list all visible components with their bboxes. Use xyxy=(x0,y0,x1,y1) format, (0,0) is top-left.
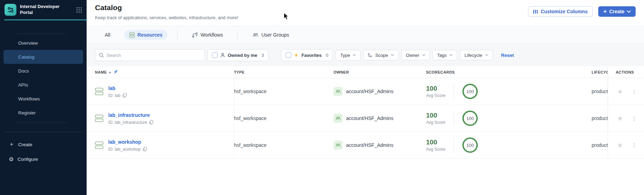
chevron-down-icon xyxy=(391,54,394,56)
favorite-star-icon[interactable]: ★ xyxy=(617,114,623,122)
tab-workflows[interactable]: Workflows xyxy=(187,30,228,40)
sidebar-create-label: Create xyxy=(18,142,32,147)
entity-name-link[interactable]: lab_infrastructure xyxy=(108,112,150,118)
entity-id: ID: lab_workshop xyxy=(108,147,141,152)
layers-icon xyxy=(129,32,135,38)
row-menu-icon[interactable]: ⋮ xyxy=(631,142,637,149)
columns-icon xyxy=(533,9,538,14)
sidebar-item-workflows[interactable]: Workflows xyxy=(3,92,83,106)
row-menu-icon[interactable]: ⋮ xyxy=(631,88,637,95)
favorite-star-icon[interactable]: ★ xyxy=(617,141,623,149)
avg-score-label: Avg Score xyxy=(426,93,445,98)
sidebar-item-catalog[interactable]: Catalog xyxy=(3,50,83,64)
search-box[interactable] xyxy=(95,49,205,61)
sidebar-item-register[interactable]: Register xyxy=(3,106,83,120)
tab-divider xyxy=(177,30,177,39)
sidebar-create-button[interactable]: + Create xyxy=(0,138,87,151)
search-icon xyxy=(99,53,104,58)
plus-icon: + xyxy=(603,8,607,15)
column-header-lifecycle[interactable]: LIFECYCLE xyxy=(592,70,608,74)
scope-filter-label: Scope xyxy=(375,53,388,58)
customize-columns-label: Customize Columns xyxy=(541,9,588,14)
tags-filter-dropdown[interactable]: Tags xyxy=(433,50,457,60)
create-button[interactable]: + Create xyxy=(598,6,636,17)
scope-filter-dropdown[interactable]: Scope xyxy=(363,50,398,60)
entity-name-link[interactable]: lab_workshop xyxy=(108,139,141,145)
scorecard-ring[interactable]: 100 xyxy=(462,137,478,153)
tab-all-label: All xyxy=(105,32,110,38)
owned-by-me-count: 3 xyxy=(262,53,264,58)
scorecard-ring[interactable]: 100 xyxy=(462,84,478,99)
row-menu-icon[interactable]: ⋮ xyxy=(631,115,637,122)
app-window: Internal Developer Portal Overview Catal… xyxy=(0,0,644,195)
favorites-checkbox[interactable] xyxy=(286,52,291,58)
scorecard-ring[interactable]: 100 xyxy=(462,111,478,126)
reset-filters-link[interactable]: Reset xyxy=(501,53,514,58)
sort-ascending-icon[interactable]: ▲ xyxy=(109,71,111,74)
column-header-name[interactable]: NAME ▲ xyxy=(95,66,234,78)
owned-by-me-checkbox[interactable] xyxy=(212,52,218,58)
person-icon xyxy=(220,53,225,58)
entity-type: hsf_workspace xyxy=(234,115,266,121)
avg-score-label: Avg Score xyxy=(426,147,445,152)
page-title: Catalog xyxy=(95,3,238,12)
column-header-scorecards[interactable]: SCORECARDS xyxy=(426,70,592,74)
entity-lifecycle: production xyxy=(592,115,608,121)
tab-all[interactable]: All xyxy=(100,30,115,40)
main-content: Catalog Keep track of applications, serv… xyxy=(87,0,644,195)
tags-filter-label: Tags xyxy=(437,53,447,58)
chevron-down-icon xyxy=(422,54,425,56)
tab-resources[interactable]: Resources xyxy=(124,30,168,40)
lifecycle-filter-dropdown[interactable]: Lifecycle xyxy=(460,50,493,60)
user-groups-icon xyxy=(253,32,258,37)
chevron-down-icon xyxy=(485,54,488,56)
copy-icon[interactable] xyxy=(143,147,147,151)
tab-user-groups[interactable]: User Groups xyxy=(248,30,294,40)
table-row[interactable]: lab_infrastructure ID: lab_infrastructur… xyxy=(87,105,644,132)
sidebar-item-apis[interactable]: APIs xyxy=(3,78,83,92)
entity-owner: account/HSF_Admins xyxy=(346,89,393,94)
sidebar-configure-button[interactable]: ⚙ Configure xyxy=(0,152,87,166)
chevron-down-icon xyxy=(627,10,631,13)
entity-name-link[interactable]: lab xyxy=(108,85,115,91)
owner-filter-dropdown[interactable]: Owner xyxy=(401,50,430,60)
app-logo-icon[interactable] xyxy=(5,4,16,16)
entity-type: hsf_workspace xyxy=(234,89,266,94)
avg-score-label: Avg Score xyxy=(426,120,445,125)
lifecycle-filter-label: Lifecycle xyxy=(464,53,482,58)
chevron-down-icon xyxy=(449,54,453,56)
column-header-type[interactable]: TYPE xyxy=(234,70,334,74)
favorite-star-icon[interactable]: ★ xyxy=(617,88,623,95)
owner-group-icon xyxy=(334,141,343,150)
entity-type: hsf_workspace xyxy=(234,142,266,148)
catalog-table: NAME ▲ TYPE OWNER SCORECARDS LIFECYCLE xyxy=(87,66,644,195)
entity-id: ID: lab_infrastructure xyxy=(108,120,147,125)
owned-by-me-filter[interactable]: Owned by me 3 xyxy=(207,49,269,61)
type-filter-dropdown[interactable]: Type xyxy=(336,50,360,60)
entity-lifecycle: production xyxy=(592,142,608,148)
column-header-owner[interactable]: OWNER xyxy=(334,70,426,74)
owner-filter-label: Owner xyxy=(406,53,419,58)
copy-icon[interactable] xyxy=(149,120,153,125)
copy-icon[interactable] xyxy=(123,93,127,98)
customize-columns-button[interactable]: Customize Columns xyxy=(528,6,593,17)
avg-score-value: 100 xyxy=(426,112,445,119)
avg-score-value: 100 xyxy=(426,85,445,92)
owner-group-icon xyxy=(334,114,343,123)
header-actions: Customize Columns + Create xyxy=(528,6,636,26)
hierarchy-icon xyxy=(368,53,372,58)
pin-icon[interactable] xyxy=(113,70,118,75)
favorites-filter[interactable]: ★ Favorites 0 xyxy=(281,49,333,61)
module-grid-icon[interactable] xyxy=(76,7,82,13)
search-input[interactable] xyxy=(107,53,201,58)
resource-stack-icon xyxy=(95,141,103,149)
favorites-count: 0 xyxy=(326,53,328,58)
sidebar-item-docs[interactable]: Docs xyxy=(3,64,83,78)
table-row[interactable]: lab ID: lab hsf_workspace xyxy=(87,78,644,105)
score-divider xyxy=(454,84,454,99)
sidebar-item-overview[interactable]: Overview xyxy=(3,36,83,50)
type-filter-label: Type xyxy=(340,53,350,58)
entity-owner: account/HSF_Admins xyxy=(346,115,393,121)
sidebar-divider xyxy=(17,122,66,123)
table-row[interactable]: lab_workshop ID: lab_workshop hsf_worksp… xyxy=(87,132,644,159)
